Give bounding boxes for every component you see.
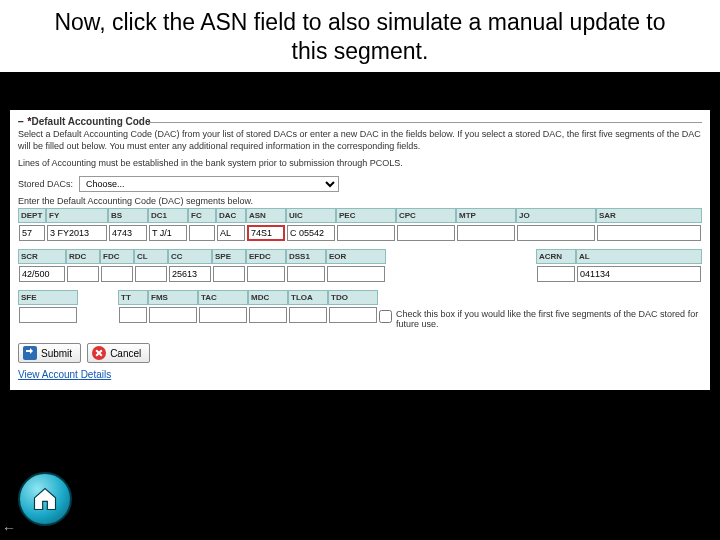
input-jo[interactable] — [517, 225, 595, 241]
input-fdc[interactable] — [101, 266, 133, 282]
back-arrow-icon[interactable]: ← — [2, 520, 16, 534]
input-pec[interactable] — [337, 225, 395, 241]
hdr-mtp: MTP — [456, 208, 516, 223]
input-dss1[interactable] — [287, 266, 325, 282]
hdr-eor: EOR — [326, 249, 386, 264]
input-cl[interactable] — [135, 266, 167, 282]
input-dept[interactable] — [19, 225, 45, 241]
input-al[interactable] — [577, 266, 701, 282]
input-mtp[interactable] — [457, 225, 515, 241]
hdr-sfe: SFE — [18, 290, 78, 305]
input-fms[interactable] — [149, 307, 197, 323]
segments-row-2: SCR RDC FDC CL CC SPE EFDC DSS1 EOR ACRN… — [18, 249, 702, 288]
hdr-blank3 — [78, 290, 118, 305]
cancel-label: Cancel — [110, 348, 141, 359]
hdr-cc: CC — [168, 249, 212, 264]
hdr-dac: DAC — [216, 208, 246, 223]
hdr-tdo: TDO — [328, 290, 378, 305]
hdr-fc: FC — [188, 208, 216, 223]
input-cpc[interactable] — [397, 225, 455, 241]
hdr-cl: CL — [134, 249, 168, 264]
hdr-al: AL — [576, 249, 702, 264]
hdr-cpc: CPC — [396, 208, 456, 223]
hdr-uic: UIC — [286, 208, 336, 223]
input-spe[interactable] — [213, 266, 245, 282]
input-dc1[interactable] — [149, 225, 187, 241]
input-mdc[interactable] — [249, 307, 287, 323]
input-uic[interactable] — [287, 225, 335, 241]
instruction-banner: Now, click the ASN field to also simulat… — [0, 0, 720, 72]
hdr-mdc: MDC — [248, 290, 288, 305]
cancel-button[interactable]: Cancel — [87, 343, 150, 363]
segments-row-3: SFE TT FMS TAC MDC TLOA TDO Check this b… — [18, 290, 702, 335]
input-fy[interactable] — [47, 225, 107, 241]
hdr-asn: ASN — [246, 208, 286, 223]
input-bs[interactable] — [109, 225, 147, 241]
hdr-pec: PEC — [336, 208, 396, 223]
input-scr[interactable] — [19, 266, 65, 282]
hdr-dss1: DSS1 — [286, 249, 326, 264]
hdr-fms: FMS — [148, 290, 198, 305]
home-icon — [31, 485, 59, 513]
hdr-tac: TAC — [198, 290, 248, 305]
store-dac-checkbox[interactable] — [379, 310, 392, 323]
input-sfe[interactable] — [19, 307, 77, 323]
hdr-bs: BS — [108, 208, 148, 223]
hdr-blank2 — [386, 249, 536, 264]
hdr-acrn: ACRN — [536, 249, 576, 264]
input-sar[interactable] — [597, 225, 701, 241]
submit-button[interactable]: Submit — [18, 343, 81, 363]
input-acrn[interactable] — [537, 266, 575, 282]
hdr-spe: SPE — [212, 249, 246, 264]
hdr-jo: JO — [516, 208, 596, 223]
submit-label: Submit — [41, 348, 72, 359]
home-button[interactable] — [18, 472, 72, 526]
input-asn[interactable] — [247, 225, 285, 241]
hdr-efdc: EFDC — [246, 249, 286, 264]
legend-text: *Default Accounting Code — [28, 116, 151, 127]
input-tdo[interactable] — [329, 307, 377, 323]
segments-instruction: Enter the Default Accounting Code (DAC) … — [18, 196, 702, 206]
view-account-details-link[interactable]: View Account Details — [18, 369, 111, 380]
hdr-tloa: TLOA — [288, 290, 328, 305]
hdr-fy: FY — [46, 208, 108, 223]
input-efdc[interactable] — [247, 266, 285, 282]
hdr-dept: DEPT — [18, 208, 46, 223]
stored-dacs-select[interactable]: Choose... — [79, 176, 339, 192]
stored-dacs-label: Stored DACs: — [18, 179, 73, 189]
hdr-fdc: FDC — [100, 249, 134, 264]
hdr-scr: SCR — [18, 249, 66, 264]
submit-icon — [23, 346, 37, 360]
store-dac-label: Check this box if you would like the fir… — [396, 309, 701, 329]
input-fc[interactable] — [189, 225, 215, 241]
help-text-2: Lines of Accounting must be established … — [18, 158, 702, 170]
input-dac[interactable] — [217, 225, 245, 241]
input-tloa[interactable] — [289, 307, 327, 323]
hdr-tt: TT — [118, 290, 148, 305]
segments-row-1: DEPT FY BS DC1 FC DAC ASN UIC PEC CPC MT… — [18, 208, 702, 247]
input-tt[interactable] — [119, 307, 147, 323]
help-text-1: Select a Default Accounting Code (DAC) f… — [18, 129, 702, 152]
accounting-code-panel: –**Default Accounting Code document.quer… — [10, 110, 710, 390]
hdr-rdc: RDC — [66, 249, 100, 264]
hdr-sar: SAR — [596, 208, 702, 223]
input-rdc[interactable] — [67, 266, 99, 282]
input-cc[interactable] — [169, 266, 211, 282]
cancel-icon — [92, 346, 106, 360]
hdr-dc1: DC1 — [148, 208, 188, 223]
input-eor[interactable] — [327, 266, 385, 282]
input-tac[interactable] — [199, 307, 247, 323]
